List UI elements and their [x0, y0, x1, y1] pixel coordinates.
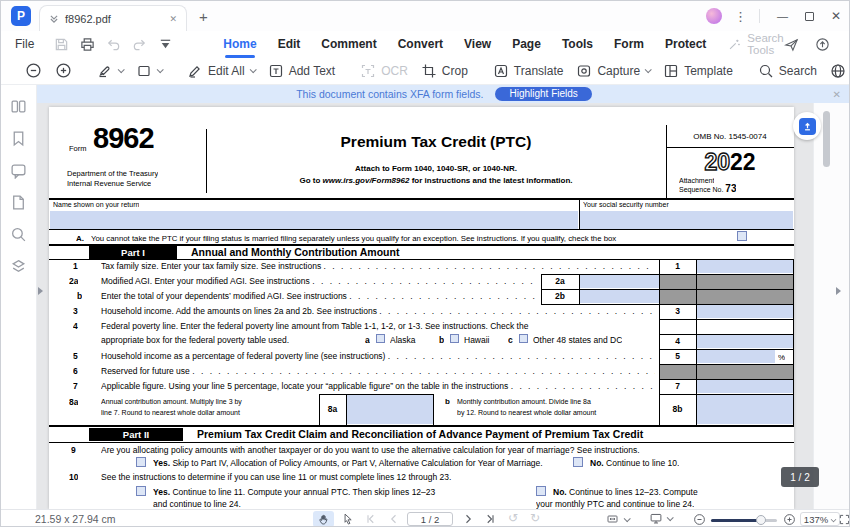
- more-tools-icon[interactable]: [158, 37, 173, 52]
- zoom-level-dropdown[interactable]: 137%: [800, 512, 840, 526]
- hawaii-label: Hawaii: [464, 335, 490, 346]
- zoom-out-button[interactable]: [25, 62, 42, 79]
- maximize-icon: [805, 12, 814, 21]
- ssn-input-field[interactable]: [580, 211, 793, 229]
- ocr-button[interactable]: OCR: [360, 63, 408, 79]
- document-area[interactable]: Form 8962 Department of the Treasury Int…: [37, 103, 850, 509]
- entry-field-8a[interactable]: [346, 395, 433, 424]
- menu-file[interactable]: File: [15, 37, 34, 51]
- bookmarks-icon[interactable]: [10, 130, 27, 147]
- irs-url: www.irs.gov/Form8962: [323, 176, 410, 185]
- entry-num-1: 1: [659, 261, 696, 271]
- rotate-right-icon[interactable]: ↻: [530, 511, 540, 525]
- entry-field-8b[interactable]: [696, 395, 793, 424]
- first-page-button[interactable]: [365, 513, 377, 525]
- fullscreen-button[interactable]: [839, 514, 850, 525]
- floating-translate-button[interactable]: [793, 112, 821, 140]
- translate-button[interactable]: Translate: [493, 63, 564, 79]
- line3-num: 3: [73, 306, 78, 317]
- new-tab-button[interactable]: +: [199, 8, 208, 25]
- shapes-button[interactable]: [136, 63, 162, 79]
- menu-tab-form[interactable]: Form: [614, 37, 644, 51]
- zoom-out-slider-button[interactable]: [693, 513, 706, 526]
- alaska-checkbox[interactable]: [376, 334, 385, 343]
- menu-tab-protect[interactable]: Protect: [665, 37, 706, 51]
- line10-yes-checkbox[interactable]: [136, 486, 146, 496]
- right-panel-expand-arrow[interactable]: [836, 287, 841, 295]
- zoom-caret-icon: [831, 516, 837, 522]
- template-button[interactable]: Template: [663, 63, 733, 79]
- highlight-fields-button[interactable]: Highlight Fields: [495, 87, 591, 101]
- entry-field-1[interactable]: [696, 260, 793, 273]
- line9-no-checkbox[interactable]: [573, 457, 583, 467]
- search-tools[interactable]: Search Tools: [728, 32, 783, 56]
- presentation-mode-button[interactable]: [649, 512, 672, 525]
- other-states-checkbox[interactable]: [519, 334, 528, 343]
- entry-field-2b[interactable]: [579, 290, 659, 303]
- vertical-scrollbar-track[interactable]: [813, 103, 850, 509]
- vertical-scrollbar-thumb[interactable]: [823, 111, 830, 167]
- menu-tab-tools[interactable]: Tools: [562, 37, 593, 51]
- app-logo-icon[interactable]: P: [11, 6, 31, 26]
- previous-page-button[interactable]: [388, 513, 400, 525]
- capture-button[interactable]: Capture: [576, 63, 650, 79]
- line-a-num: A.: [76, 233, 84, 244]
- highlighter-button[interactable]: [97, 63, 123, 79]
- menu-tab-page[interactable]: Page: [512, 37, 541, 51]
- crop-button[interactable]: Crop: [421, 63, 468, 79]
- menu-tab-view[interactable]: View: [464, 37, 491, 51]
- last-page-button[interactable]: [484, 513, 496, 525]
- thumbnails-icon[interactable]: [10, 98, 27, 115]
- attachments-icon[interactable]: [10, 194, 27, 211]
- line-a-checkbox[interactable]: [737, 231, 747, 241]
- save-icon[interactable]: [54, 37, 69, 52]
- entry-field-7[interactable]: [696, 380, 793, 393]
- zoom-slider-thumb[interactable]: [756, 515, 766, 525]
- notification-close-icon[interactable]: ✕: [833, 89, 841, 100]
- print-icon[interactable]: [80, 37, 95, 52]
- comments-icon[interactable]: [10, 162, 27, 179]
- collapse-toolbar-icon[interactable]: [846, 37, 850, 51]
- magic-wand-icon: [728, 38, 741, 51]
- menu-tab-edit[interactable]: Edit: [278, 37, 301, 51]
- add-text-button[interactable]: Add Text: [268, 63, 335, 79]
- hand-tool-button[interactable]: [313, 511, 334, 527]
- menu-tab-home[interactable]: Home: [223, 37, 256, 51]
- next-page-button[interactable]: [462, 513, 474, 525]
- menu-tab-convert[interactable]: Convert: [398, 37, 443, 51]
- hawaii-checkbox[interactable]: [450, 334, 459, 343]
- maximize-button[interactable]: [805, 12, 814, 21]
- search-button[interactable]: Search: [758, 63, 817, 79]
- document-tab[interactable]: f8962.pdf ✕: [39, 5, 187, 31]
- search-panel-icon[interactable]: [10, 226, 27, 243]
- line10-no-checkbox[interactable]: [536, 486, 546, 496]
- entry-field-2a[interactable]: [579, 275, 659, 288]
- line9-text: Are you allocating policy amounts with a…: [101, 445, 791, 456]
- entry-field-4[interactable]: [696, 335, 793, 348]
- entry-field-5[interactable]: [696, 350, 775, 363]
- entry-field-3[interactable]: [696, 305, 793, 318]
- minimize-button[interactable]: —: [777, 10, 788, 22]
- add-text-label: Add Text: [289, 64, 335, 78]
- fit-width-button[interactable]: [605, 513, 629, 525]
- user-avatar[interactable]: [706, 8, 722, 24]
- zoom-in-button[interactable]: [55, 62, 72, 79]
- cloud-upload-icon[interactable]: [815, 37, 830, 52]
- share-icon[interactable]: [784, 37, 799, 52]
- zoom-in-slider-button[interactable]: [783, 513, 796, 526]
- more-menu-icon[interactable]: ⋮: [734, 9, 747, 24]
- layers-icon[interactable]: [10, 258, 27, 275]
- edit-all-button[interactable]: Edit All: [187, 63, 255, 79]
- line9-yes-checkbox[interactable]: [136, 457, 146, 467]
- menu-tab-comment[interactable]: Comment: [321, 37, 376, 51]
- wikipedia-button[interactable]: Wikipedia: [830, 63, 850, 79]
- close-button[interactable]: ✕: [831, 9, 841, 23]
- name-input-field[interactable]: [50, 211, 578, 229]
- page-number-input[interactable]: 1 / 2: [407, 512, 453, 526]
- rotate-left-icon[interactable]: ↺: [508, 511, 518, 525]
- tab-close-icon[interactable]: ✕: [169, 14, 177, 24]
- redo-icon[interactable]: [132, 37, 147, 52]
- select-tool-button[interactable]: [341, 512, 354, 526]
- undo-icon[interactable]: [106, 37, 121, 52]
- left-panel-expand-arrow[interactable]: [38, 287, 43, 295]
